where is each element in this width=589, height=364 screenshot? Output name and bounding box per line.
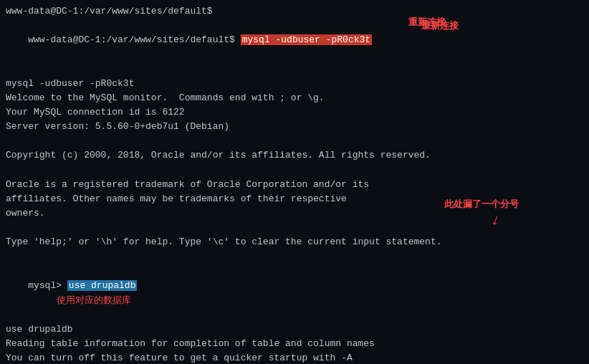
prompt-text: www-data@DC-1:/var/www/sites/default$	[6, 6, 213, 16]
line-3: mysql -udbuser -pR0ck3t	[6, 77, 583, 91]
reconnect-label: 重新连接	[408, 16, 446, 29]
mysql-command-highlight: mysql -udbuser -pR0ck3t	[241, 34, 372, 45]
line-17: use drupaldb	[6, 322, 583, 337]
line-7	[6, 134, 583, 148]
line-9	[6, 163, 583, 178]
line-2: www-data@DC-1:/var/www/sites/default$ my…	[6, 19, 583, 77]
line-8: Copyright (c) 2000, 2018, Oracle and/or …	[6, 148, 583, 163]
use-drupaldb-highlight: use drupaldb	[67, 280, 138, 291]
prompt-prefix: www-data@DC-1:/var/www/sites/default$	[28, 34, 240, 45]
line-10: Oracle is a registered trademark of Orac…	[6, 178, 583, 192]
line-6: Server version: 5.5.60-0+deb7u1 (Debian)	[6, 120, 583, 134]
line-14: Type 'help;' or '\h' for help. Type '\c'…	[6, 235, 583, 249]
line-15	[6, 249, 583, 264]
line-16: mysql> use drupaldb 使用对应的数据库	[6, 264, 583, 323]
line-5: Your MySQL connection id is 6122	[6, 105, 583, 120]
line-19: You can turn off this feature to get a q…	[6, 351, 583, 364]
line-18: Reading table information for completion…	[6, 337, 583, 351]
mysql-prompt-16: mysql>	[28, 280, 67, 291]
terminal-window: www-data@DC-1:/var/www/sites/default$ ww…	[0, 0, 589, 364]
missing-semicolon-label: 此处漏了一个分号	[444, 198, 519, 211]
use-db-annotation: 使用对应的数据库	[57, 294, 131, 305]
line-1: www-data@DC-1:/var/www/sites/default$	[6, 4, 583, 19]
line-4: Welcome to the MySQL monitor. Commands e…	[6, 91, 583, 105]
